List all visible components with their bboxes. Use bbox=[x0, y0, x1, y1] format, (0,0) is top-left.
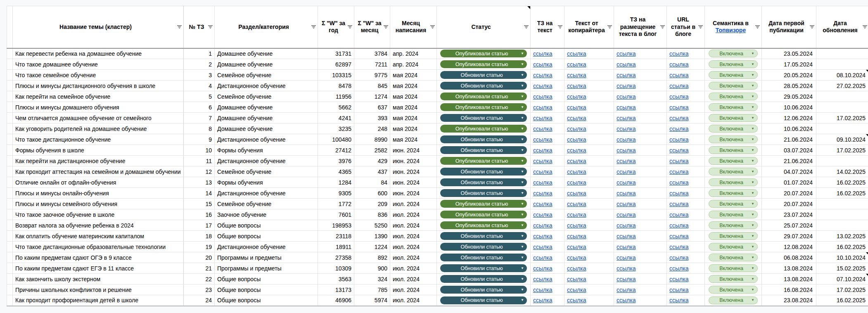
cell-tz-text[interactable]: ссылка bbox=[531, 81, 564, 91]
copywriter-text-link[interactable]: ссылка bbox=[567, 126, 586, 132]
semantics-dropdown[interactable]: Включена ▼ bbox=[709, 157, 758, 165]
status-dropdown[interactable]: Обновили статью ▼ bbox=[440, 178, 527, 186]
cell-topic[interactable]: Плюсы и минусы онлайн-обучения bbox=[13, 188, 184, 199]
semantics-dropdown[interactable]: Включена ▼ bbox=[709, 125, 758, 133]
tz-text-link[interactable]: ссылка bbox=[533, 276, 552, 282]
copywriter-text-link[interactable]: ссылка bbox=[567, 93, 586, 100]
article-url-link[interactable]: ссылка bbox=[669, 126, 688, 132]
blog-placement-link[interactable]: ссылка bbox=[617, 244, 636, 250]
tz-text-link[interactable]: ссылка bbox=[533, 254, 552, 261]
cell-tz-number[interactable]: 22 bbox=[184, 274, 215, 285]
blog-placement-link[interactable]: ссылка bbox=[617, 168, 636, 175]
copywriter-text-link[interactable]: ссылка bbox=[567, 276, 586, 282]
cell-w-month[interactable]: 2582 bbox=[354, 145, 390, 156]
tz-text-link[interactable]: ссылка bbox=[533, 72, 552, 78]
cell-writing-month[interactable]: июл. 2024 bbox=[390, 274, 437, 285]
blog-placement-link[interactable]: ссылка bbox=[617, 136, 636, 143]
cell-writing-month[interactable]: июл. 2024 bbox=[390, 242, 437, 252]
status-dropdown[interactable]: Обновили статью ▼ bbox=[440, 254, 527, 261]
cell-update-date[interactable]: 17.02.2025 bbox=[816, 285, 868, 295]
cell-w-year[interactable]: 1772 bbox=[318, 199, 354, 209]
cell-semantics[interactable]: Включена ▼ bbox=[705, 263, 762, 274]
filter-icon[interactable] bbox=[176, 24, 183, 30]
blog-placement-link[interactable]: ссылка bbox=[617, 222, 636, 229]
semantics-dropdown[interactable]: Включена ▼ bbox=[709, 221, 758, 229]
cell-writing-month[interactable]: апр. 2024 bbox=[390, 48, 437, 59]
copywriter-text-link[interactable]: ссылка bbox=[567, 179, 586, 186]
filter-icon[interactable] bbox=[383, 24, 389, 30]
blog-placement-link[interactable]: ссылка bbox=[617, 83, 636, 89]
semantics-dropdown[interactable]: Включена ▼ bbox=[709, 82, 758, 90]
status-dropdown[interactable]: Обновили статью ▼ bbox=[440, 189, 527, 197]
cell-blog-placement[interactable]: ссылка bbox=[614, 145, 667, 156]
semantics-dropdown[interactable]: Включена ▼ bbox=[709, 71, 758, 79]
cell-blog-placement[interactable]: ссылка bbox=[614, 102, 667, 113]
cell-w-month[interactable]: 845 bbox=[354, 81, 390, 91]
cell-writing-month[interactable]: июл. 2024 bbox=[390, 220, 437, 231]
cell-writing-month[interactable]: июн. 2024 bbox=[390, 156, 437, 166]
cell-tz-text[interactable]: ссылка bbox=[531, 134, 564, 145]
article-url-link[interactable]: ссылка bbox=[669, 254, 688, 261]
cell-semantics[interactable]: Включена ▼ bbox=[705, 102, 762, 113]
cell-tz-number[interactable]: 15 bbox=[184, 199, 215, 209]
blog-placement-link[interactable]: ссылка bbox=[617, 297, 636, 304]
cell-writing-month[interactable]: июл. 2024 bbox=[390, 295, 437, 306]
cell-tz-text[interactable]: ссылка bbox=[531, 242, 564, 252]
cell-semantics[interactable]: Включена ▼ bbox=[705, 209, 762, 220]
cell-semantics[interactable]: Включена ▼ bbox=[705, 285, 762, 295]
status-dropdown[interactable]: Опубликовали статью ▼ bbox=[440, 211, 527, 218]
copywriter-text-link[interactable]: ссылка bbox=[567, 115, 586, 121]
cell-semantics[interactable]: Включена ▼ bbox=[705, 199, 762, 209]
cell-copywriter-text[interactable]: ссылка bbox=[564, 274, 614, 285]
blog-placement-link[interactable]: ссылка bbox=[617, 72, 636, 78]
article-url-link[interactable]: ссылка bbox=[669, 104, 688, 111]
cell-article-url[interactable]: ссылка bbox=[667, 59, 705, 70]
cell-tz-text[interactable]: ссылка bbox=[531, 59, 564, 70]
cell-tz-number[interactable]: 6 bbox=[184, 102, 215, 113]
cell-article-url[interactable]: ссылка bbox=[667, 156, 705, 166]
cell-tz-number[interactable]: 5 bbox=[184, 91, 215, 102]
cell-article-url[interactable]: ссылка bbox=[667, 48, 705, 59]
cell-w-year[interactable]: 11956 bbox=[318, 91, 354, 102]
cell-article-url[interactable]: ссылка bbox=[667, 134, 705, 145]
tz-text-link[interactable]: ссылка bbox=[533, 104, 552, 111]
cell-blog-placement[interactable]: ссылка bbox=[614, 285, 667, 295]
cell-w-month[interactable]: 5974 bbox=[354, 295, 390, 306]
article-url-link[interactable]: ссылка bbox=[669, 93, 688, 100]
tz-text-link[interactable]: ссылка bbox=[533, 211, 552, 218]
cell-semantics[interactable]: Включена ▼ bbox=[705, 123, 762, 134]
filter-icon[interactable] bbox=[697, 24, 704, 30]
cell-w-month[interactable]: 324 bbox=[354, 274, 390, 285]
semantics-dropdown[interactable]: Включена ▼ bbox=[709, 232, 758, 240]
cell-writing-month[interactable]: апр. 2024 bbox=[390, 59, 437, 70]
status-dropdown[interactable]: Обновили статью ▼ bbox=[440, 275, 527, 283]
copywriter-text-link[interactable]: ссылка bbox=[567, 158, 586, 164]
status-dropdown[interactable]: Обновили статью ▼ bbox=[440, 296, 527, 304]
article-url-link[interactable]: ссылка bbox=[669, 179, 688, 186]
cell-w-month[interactable]: 1224 bbox=[354, 242, 390, 252]
article-url-link[interactable]: ссылка bbox=[669, 168, 688, 175]
cell-w-month[interactable]: 429 bbox=[354, 156, 390, 166]
cell-w-month[interactable]: 637 bbox=[354, 102, 390, 113]
cell-topic[interactable]: Как перейти на дистанционное обучение bbox=[13, 156, 184, 166]
cell-update-date[interactable]: 10.10.2024 bbox=[816, 252, 868, 263]
cell-writing-month[interactable]: мая 2024 bbox=[390, 102, 437, 113]
cell-tz-text[interactable]: ссылка bbox=[531, 274, 564, 285]
cell-copywriter-text[interactable]: ссылка bbox=[564, 102, 614, 113]
filter-icon[interactable] bbox=[347, 24, 353, 30]
cell-semantics[interactable]: Включена ▼ bbox=[705, 231, 762, 242]
cell-category[interactable]: Домашнее обучение bbox=[215, 48, 318, 59]
cell-status[interactable]: Опубликовали статью ▼ bbox=[437, 156, 531, 166]
cell-category[interactable]: Формы обучения bbox=[215, 145, 318, 156]
cell-copywriter-text[interactable]: ссылка bbox=[564, 134, 614, 145]
copywriter-text-link[interactable]: ссылка bbox=[567, 244, 586, 250]
cell-blog-placement[interactable]: ссылка bbox=[614, 59, 667, 70]
cell-status[interactable]: Опубликовали статью ▼ bbox=[437, 209, 531, 220]
cell-tz-number[interactable]: 4 bbox=[184, 81, 215, 91]
blog-placement-link[interactable]: ссылка bbox=[617, 115, 636, 121]
cell-w-month[interactable]: 892 bbox=[354, 252, 390, 263]
cell-semantics[interactable]: Включена ▼ bbox=[705, 242, 762, 252]
cell-blog-placement[interactable]: ссылка bbox=[614, 274, 667, 285]
cell-status[interactable]: Обновили статью ▼ bbox=[437, 295, 531, 306]
cell-w-month[interactable]: 9775 bbox=[354, 70, 390, 81]
